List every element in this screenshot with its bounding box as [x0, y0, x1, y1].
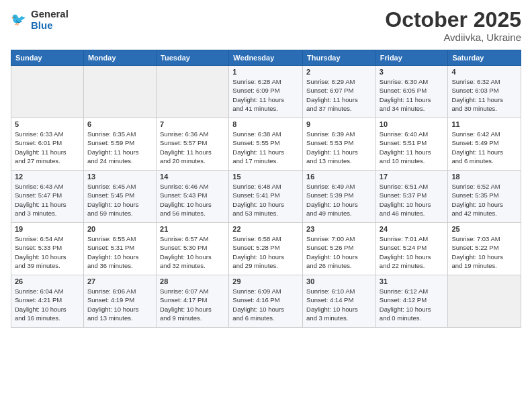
svg-text:🐦: 🐦 [11, 12, 26, 27]
day-number: 29 [232, 277, 299, 285]
calendar-cell: 3Sunrise: 6:30 AM Sunset: 6:05 PM Daylig… [375, 66, 448, 118]
day-info: Sunrise: 6:29 AM Sunset: 6:07 PM Dayligh… [306, 77, 372, 113]
calendar-cell: 23Sunrise: 7:00 AM Sunset: 5:26 PM Dayli… [303, 223, 376, 275]
day-number: 1 [232, 68, 299, 76]
day-info: Sunrise: 6:33 AM Sunset: 6:01 PM Dayligh… [15, 130, 80, 165]
calendar-cell: 26Sunrise: 6:04 AM Sunset: 4:21 PM Dayli… [11, 275, 84, 328]
calendar-cell: 15Sunrise: 6:48 AM Sunset: 5:41 PM Dayli… [229, 171, 303, 223]
day-number: 11 [451, 120, 517, 128]
day-info: Sunrise: 6:54 AM Sunset: 5:33 PM Dayligh… [15, 234, 80, 270]
header-wednesday: Wednesday [229, 50, 303, 66]
day-info: Sunrise: 6:46 AM Sunset: 5:43 PM Dayligh… [160, 182, 225, 218]
calendar-cell: 16Sunrise: 6:49 AM Sunset: 5:39 PM Dayli… [303, 171, 376, 223]
header-sunday: Sunday [11, 50, 84, 66]
header-thursday: Thursday [303, 50, 376, 66]
calendar-cell [448, 275, 521, 328]
calendar-cell: 11Sunrise: 6:42 AM Sunset: 5:49 PM Dayli… [448, 118, 521, 171]
logo: 🐦 General Blue [11, 8, 69, 31]
calendar-cell [157, 66, 229, 118]
day-number: 25 [451, 225, 517, 233]
day-number: 5 [15, 120, 80, 128]
day-info: Sunrise: 6:35 AM Sunset: 5:59 PM Dayligh… [87, 130, 152, 165]
day-info: Sunrise: 6:39 AM Sunset: 5:53 PM Dayligh… [306, 130, 372, 165]
calendar-cell: 18Sunrise: 6:52 AM Sunset: 5:35 PM Dayli… [448, 171, 521, 223]
calendar-cell: 21Sunrise: 6:57 AM Sunset: 5:30 PM Dayli… [157, 223, 229, 275]
day-number: 19 [15, 225, 80, 233]
day-number: 13 [87, 173, 152, 181]
day-info: Sunrise: 7:01 AM Sunset: 5:24 PM Dayligh… [380, 234, 445, 270]
day-number: 24 [380, 225, 445, 233]
day-number: 7 [160, 120, 225, 128]
calendar-cell: 1Sunrise: 6:28 AM Sunset: 6:09 PM Daylig… [229, 66, 303, 118]
calendar-cell: 8Sunrise: 6:38 AM Sunset: 5:55 PM Daylig… [229, 118, 303, 171]
calendar-cell [83, 66, 156, 118]
page-container: 🐦 General Blue October 2025 Avdiivka, Uk… [0, 0, 532, 411]
day-number: 18 [451, 173, 517, 181]
calendar-cell: 5Sunrise: 6:33 AM Sunset: 6:01 PM Daylig… [11, 118, 84, 171]
calendar-week-row: 19Sunrise: 6:54 AM Sunset: 5:33 PM Dayli… [11, 223, 521, 275]
calendar-cell: 25Sunrise: 7:03 AM Sunset: 5:22 PM Dayli… [448, 223, 521, 275]
logo-icon: 🐦 [11, 10, 30, 29]
day-info: Sunrise: 6:30 AM Sunset: 6:05 PM Dayligh… [380, 77, 445, 113]
day-number: 21 [160, 225, 225, 233]
day-number: 8 [232, 120, 299, 128]
calendar-cell: 31Sunrise: 6:12 AM Sunset: 4:12 PM Dayli… [375, 275, 448, 328]
day-info: Sunrise: 7:00 AM Sunset: 5:26 PM Dayligh… [306, 234, 372, 270]
day-number: 10 [380, 120, 445, 128]
day-info: Sunrise: 6:36 AM Sunset: 5:57 PM Dayligh… [160, 130, 225, 165]
day-info: Sunrise: 6:38 AM Sunset: 5:55 PM Dayligh… [232, 130, 299, 165]
day-number: 9 [306, 120, 372, 128]
calendar-cell: 7Sunrise: 6:36 AM Sunset: 5:57 PM Daylig… [157, 118, 229, 171]
day-info: Sunrise: 6:43 AM Sunset: 5:47 PM Dayligh… [15, 182, 80, 218]
calendar-cell: 22Sunrise: 6:58 AM Sunset: 5:28 PM Dayli… [229, 223, 303, 275]
location-subtitle: Avdiivka, Ukraine [385, 32, 521, 43]
day-number: 20 [87, 225, 152, 233]
day-number: 28 [160, 277, 225, 285]
calendar-week-row: 12Sunrise: 6:43 AM Sunset: 5:47 PM Dayli… [11, 171, 521, 223]
day-info: Sunrise: 6:04 AM Sunset: 4:21 PM Dayligh… [15, 287, 80, 322]
day-info: Sunrise: 6:40 AM Sunset: 5:51 PM Dayligh… [380, 130, 445, 165]
calendar-cell: 29Sunrise: 6:09 AM Sunset: 4:16 PM Dayli… [229, 275, 303, 328]
calendar-cell: 20Sunrise: 6:55 AM Sunset: 5:31 PM Dayli… [83, 223, 156, 275]
calendar-cell: 28Sunrise: 6:07 AM Sunset: 4:17 PM Dayli… [157, 275, 229, 328]
day-number: 4 [451, 68, 517, 76]
calendar-week-row: 5Sunrise: 6:33 AM Sunset: 6:01 PM Daylig… [11, 118, 521, 171]
calendar-cell: 19Sunrise: 6:54 AM Sunset: 5:33 PM Dayli… [11, 223, 84, 275]
day-info: Sunrise: 6:57 AM Sunset: 5:30 PM Dayligh… [160, 234, 225, 270]
calendar-cell: 6Sunrise: 6:35 AM Sunset: 5:59 PM Daylig… [83, 118, 156, 171]
day-number: 3 [380, 68, 445, 76]
calendar-cell: 12Sunrise: 6:43 AM Sunset: 5:47 PM Dayli… [11, 171, 84, 223]
calendar-week-row: 1Sunrise: 6:28 AM Sunset: 6:09 PM Daylig… [11, 66, 521, 118]
day-number: 16 [306, 173, 372, 181]
header-friday: Friday [375, 50, 448, 66]
day-number: 14 [160, 173, 225, 181]
header-monday: Monday [83, 50, 156, 66]
calendar-cell: 10Sunrise: 6:40 AM Sunset: 5:51 PM Dayli… [375, 118, 448, 171]
day-info: Sunrise: 6:49 AM Sunset: 5:39 PM Dayligh… [306, 182, 372, 218]
day-info: Sunrise: 6:07 AM Sunset: 4:17 PM Dayligh… [160, 287, 225, 322]
day-info: Sunrise: 6:52 AM Sunset: 5:35 PM Dayligh… [451, 182, 517, 218]
header-tuesday: Tuesday [157, 50, 229, 66]
calendar-header-row: Sunday Monday Tuesday Wednesday Thursday… [11, 50, 521, 66]
calendar-cell: 4Sunrise: 6:32 AM Sunset: 6:03 PM Daylig… [448, 66, 521, 118]
calendar-cell: 17Sunrise: 6:51 AM Sunset: 5:37 PM Dayli… [375, 171, 448, 223]
day-number: 12 [15, 173, 80, 181]
calendar-week-row: 26Sunrise: 6:04 AM Sunset: 4:21 PM Dayli… [11, 275, 521, 328]
calendar-cell [11, 66, 84, 118]
day-info: Sunrise: 6:51 AM Sunset: 5:37 PM Dayligh… [380, 182, 445, 218]
day-number: 27 [87, 277, 152, 285]
day-info: Sunrise: 6:09 AM Sunset: 4:16 PM Dayligh… [232, 287, 299, 322]
day-number: 23 [306, 225, 372, 233]
logo-text: General Blue [31, 8, 69, 31]
day-number: 30 [306, 277, 372, 285]
day-info: Sunrise: 6:12 AM Sunset: 4:12 PM Dayligh… [380, 287, 445, 322]
day-number: 2 [306, 68, 372, 76]
calendar-cell: 27Sunrise: 6:06 AM Sunset: 4:19 PM Dayli… [83, 275, 156, 328]
day-info: Sunrise: 7:03 AM Sunset: 5:22 PM Dayligh… [451, 234, 517, 270]
calendar-cell: 14Sunrise: 6:46 AM Sunset: 5:43 PM Dayli… [157, 171, 229, 223]
calendar-cell: 30Sunrise: 6:10 AM Sunset: 4:14 PM Dayli… [303, 275, 376, 328]
day-number: 26 [15, 277, 80, 285]
day-info: Sunrise: 6:42 AM Sunset: 5:49 PM Dayligh… [451, 130, 517, 165]
day-number: 31 [380, 277, 445, 285]
calendar-cell: 13Sunrise: 6:45 AM Sunset: 5:45 PM Dayli… [83, 171, 156, 223]
